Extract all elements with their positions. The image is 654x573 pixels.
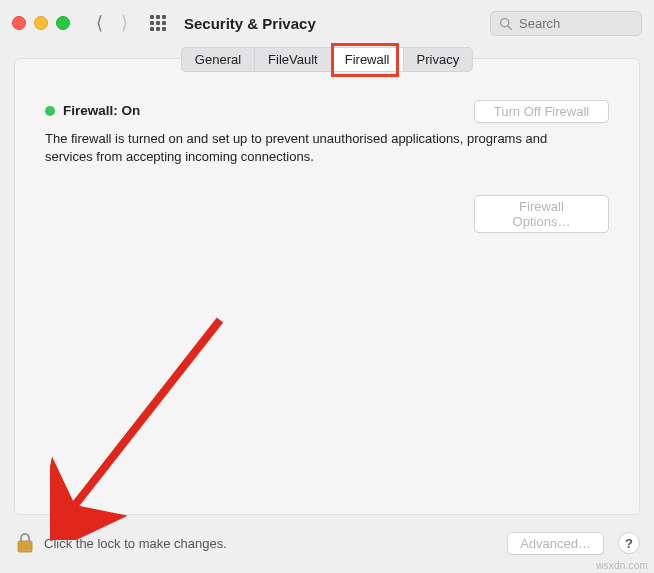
minimize-window-button[interactable] (34, 16, 48, 30)
advanced-button[interactable]: Advanced… (507, 532, 604, 555)
tabs: General FileVault Firewall Privacy (181, 47, 473, 72)
firewall-description: The firewall is turned on and set up to … (45, 130, 585, 165)
main-panel: General FileVault Firewall Privacy Firew… (14, 58, 640, 515)
tab-general[interactable]: General (181, 47, 254, 72)
search-input[interactable] (517, 15, 633, 32)
svg-line-1 (508, 25, 511, 28)
window-controls (12, 16, 70, 30)
lock-button[interactable] (14, 530, 36, 556)
search-icon (499, 17, 512, 30)
back-button[interactable]: ⟨ (96, 14, 103, 32)
watermark: wsxdn.com (596, 560, 648, 571)
tab-filevault[interactable]: FileVault (254, 47, 331, 72)
nav-arrows: ⟨ ⟩ (96, 14, 128, 32)
lock-hint-text: Click the lock to make changes. (44, 536, 227, 551)
help-button[interactable]: ? (618, 532, 640, 554)
forward-button[interactable]: ⟩ (121, 14, 128, 32)
titlebar: ⟨ ⟩ Security & Privacy (0, 0, 654, 46)
firewall-status-label: Firewall: On (63, 103, 140, 118)
firewall-options-button[interactable]: Firewall Options… (474, 195, 609, 233)
zoom-window-button[interactable] (56, 16, 70, 30)
page-title: Security & Privacy (184, 15, 316, 32)
tab-privacy[interactable]: Privacy (403, 47, 474, 72)
tab-firewall[interactable]: Firewall (331, 47, 403, 72)
turn-off-firewall-button[interactable]: Turn Off Firewall (474, 100, 609, 123)
close-window-button[interactable] (12, 16, 26, 30)
footer: Click the lock to make changes. Advanced… (14, 523, 640, 563)
search-field[interactable] (490, 11, 642, 36)
status-indicator-icon (45, 106, 55, 116)
firewall-content: Firewall: On Turn Off Firewall The firew… (45, 103, 609, 187)
lock-icon (15, 531, 35, 555)
show-all-prefs-button[interactable] (150, 15, 166, 31)
